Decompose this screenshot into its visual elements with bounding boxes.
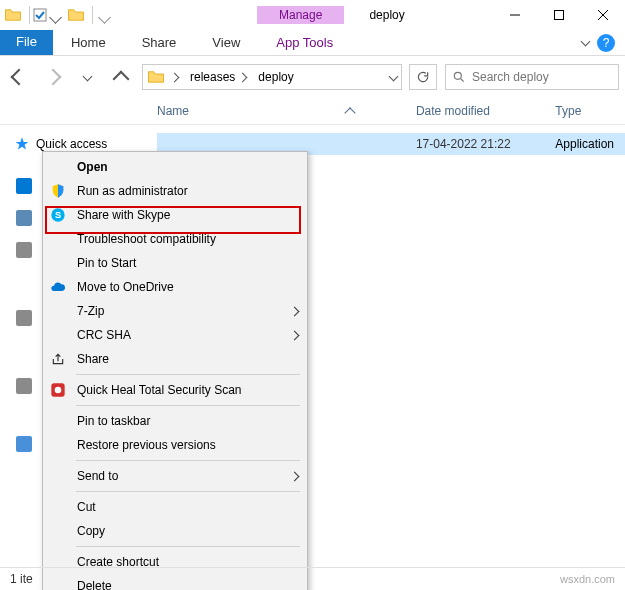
quick-access-toolbar (0, 0, 112, 30)
up-button[interactable] (108, 64, 134, 90)
breadcrumb-item[interactable]: releases (184, 70, 252, 84)
refresh-button[interactable] (409, 64, 437, 90)
ctx-pin-start[interactable]: Pin to Start (46, 251, 304, 275)
quickheal-icon (49, 381, 67, 399)
separator (76, 374, 300, 375)
qat-dropdown[interactable] (51, 11, 59, 19)
refresh-icon (416, 70, 430, 84)
chevron-right-icon (238, 72, 248, 82)
svg-rect-0 (34, 9, 46, 21)
folder-icon (147, 68, 165, 86)
ctx-restore[interactable]: Restore previous versions (46, 433, 304, 457)
watermark: wsxdn.com (560, 573, 615, 585)
ctx-onedrive[interactable]: Move to OneDrive (46, 275, 304, 299)
file-date: 17-04-2022 21:22 (416, 137, 555, 151)
separator (76, 491, 300, 492)
search-input[interactable]: Search deploy (445, 64, 619, 90)
column-headers: Name Date modified Type (0, 98, 625, 125)
expand-ribbon-icon[interactable] (581, 37, 591, 47)
pc-icon (16, 210, 32, 226)
chevron-right-icon (290, 330, 300, 340)
ctx-crcsha[interactable]: CRC SHA (46, 323, 304, 347)
close-button[interactable] (581, 0, 625, 30)
star-icon (14, 136, 30, 152)
ctx-sendto[interactable]: Send to (46, 464, 304, 488)
address-dropdown[interactable] (389, 71, 399, 81)
ctx-share[interactable]: Share (46, 347, 304, 371)
search-placeholder: Search deploy (472, 70, 549, 84)
separator (76, 405, 300, 406)
context-menu: Open Run as administrator S Share with S… (42, 151, 308, 590)
manage-tab-header: Manage (257, 6, 344, 24)
maximize-button[interactable] (537, 0, 581, 30)
file-tab[interactable]: File (0, 30, 53, 55)
status-bar: 1 ite wsxdn.com (0, 567, 625, 590)
drive-icon (16, 310, 32, 326)
breadcrumb[interactable]: releases deploy (142, 64, 402, 90)
sort-ascending-icon (344, 107, 355, 118)
network-icon (16, 436, 32, 452)
help-icon[interactable]: ? (597, 34, 615, 52)
window-title: deploy (369, 8, 404, 22)
chevron-right-icon (290, 471, 300, 481)
home-tab[interactable]: Home (53, 31, 124, 54)
ctx-7zip[interactable]: 7-Zip (46, 299, 304, 323)
column-date[interactable]: Date modified (416, 104, 555, 118)
separator (92, 6, 93, 24)
drive-icon (16, 242, 32, 258)
app-tools-tab[interactable]: App Tools (258, 31, 351, 54)
title-bar: Manage deploy (0, 0, 625, 30)
separator (76, 460, 300, 461)
breadcrumb-item[interactable]: deploy (252, 70, 299, 84)
svg-rect-1 (555, 11, 564, 20)
view-tab[interactable]: View (194, 31, 258, 54)
separator (29, 6, 30, 24)
ctx-open[interactable]: Open (46, 155, 304, 179)
ctx-quickheal[interactable]: Quick Heal Total Security Scan (46, 378, 304, 402)
share-tab[interactable]: Share (124, 31, 195, 54)
qat-customize[interactable] (100, 11, 108, 19)
ribbon-tabs: File Home Share View App Tools ? (0, 30, 625, 56)
checkbox-icon[interactable] (33, 8, 47, 22)
drive-icon (16, 378, 32, 394)
svg-point-2 (454, 72, 461, 79)
forward-button[interactable] (40, 64, 66, 90)
ctx-copy[interactable]: Copy (46, 519, 304, 543)
chevron-right-icon[interactable] (170, 72, 180, 82)
ctx-pin-taskbar[interactable]: Pin to taskbar (46, 409, 304, 433)
address-bar-row: releases deploy Search deploy (0, 56, 625, 98)
svg-text:S: S (55, 210, 61, 220)
recent-locations[interactable] (74, 64, 100, 90)
skype-icon: S (49, 206, 67, 224)
shield-icon (49, 182, 67, 200)
content-area: Quick access 17-04-2022 21:22 Applicatio… (0, 125, 625, 555)
separator (76, 546, 300, 547)
column-name[interactable]: Name (157, 104, 416, 118)
ctx-troubleshoot[interactable]: Troubleshoot compatibility (46, 227, 304, 251)
status-items: 1 ite (10, 572, 33, 586)
ctx-cut[interactable]: Cut (46, 495, 304, 519)
column-type[interactable]: Type (555, 104, 625, 118)
chevron-right-icon (290, 306, 300, 316)
svg-point-6 (55, 387, 62, 394)
folder-icon[interactable] (67, 6, 85, 24)
cloud-icon (49, 278, 67, 296)
ctx-run-as-admin[interactable]: Run as administrator (46, 179, 304, 203)
share-icon (49, 350, 67, 368)
minimize-button[interactable] (493, 0, 537, 30)
search-icon (452, 70, 466, 84)
contextual-tab-group: Manage (257, 6, 344, 24)
folder-icon (4, 6, 22, 24)
ctx-share-skype[interactable]: S Share with Skype (46, 203, 304, 227)
file-type: Application (555, 137, 625, 151)
back-button[interactable] (6, 64, 32, 90)
onedrive-icon (16, 178, 32, 194)
